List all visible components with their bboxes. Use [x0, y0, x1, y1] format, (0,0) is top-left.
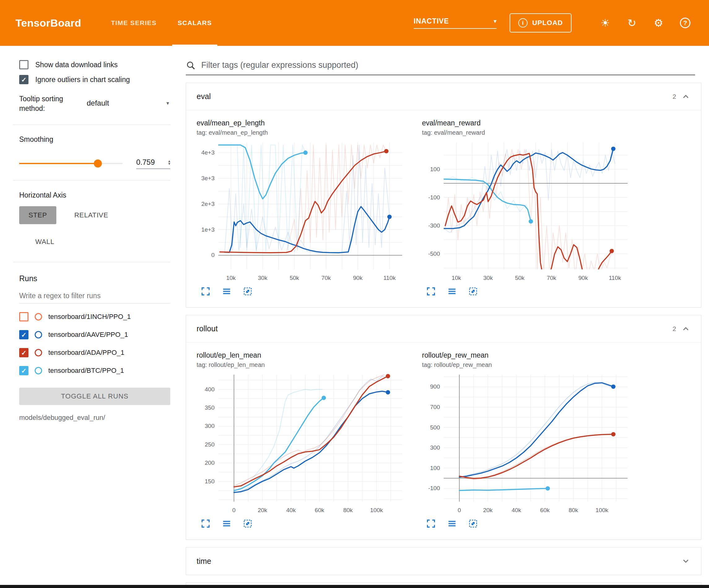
- scalar-line-chart[interactable]: 10k30k50k70k90k110k-500-300-100100: [422, 139, 632, 285]
- svg-text:1e+3: 1e+3: [201, 226, 215, 233]
- collapse-up-icon[interactable]: [681, 324, 690, 333]
- runs-table-icon[interactable]: [221, 286, 232, 297]
- chevron-down-icon: ▾: [494, 18, 497, 24]
- run-checkbox-icon[interactable]: [19, 330, 28, 339]
- show-download-links-checkbox[interactable]: Show data download links: [19, 60, 170, 69]
- svg-text:20k: 20k: [258, 507, 267, 513]
- svg-text:900: 900: [430, 383, 440, 390]
- header-actions: INACTIVE ▾ i UPLOAD ☀ ↻ ⚙ ?: [414, 13, 709, 32]
- run-item[interactable]: tensorboard/AAVE/PPO_1: [19, 330, 170, 339]
- run-label: tensorboard/BTC/PPO_1: [48, 366, 124, 375]
- tooltip-sorting-select[interactable]: default ▾: [87, 99, 170, 109]
- smoothing-slider[interactable]: [19, 163, 123, 164]
- expand-chart-icon[interactable]: [426, 518, 436, 529]
- run-item[interactable]: tensorboard/ADA/PPO_1: [19, 348, 170, 357]
- stepper-down-icon[interactable]: ▾: [168, 162, 170, 165]
- expand-chart-icon[interactable]: [200, 286, 211, 297]
- run-item[interactable]: tensorboard/1INCH/PPO_1: [19, 312, 170, 322]
- section-title: rollout: [196, 324, 218, 333]
- refresh-icon[interactable]: ↻: [625, 17, 638, 29]
- ignore-outliers-checkbox[interactable]: Ignore outliers in chart scaling: [19, 75, 170, 84]
- fit-domain-icon[interactable]: [242, 518, 253, 529]
- runs-list: tensorboard/1INCH/PPO_1tensorboard/AAVE/…: [19, 312, 170, 375]
- smoothing-value-input[interactable]: 0.759 ▴ ▾: [136, 158, 170, 169]
- help-icon[interactable]: ?: [679, 17, 692, 29]
- tab-scalars[interactable]: SCALARS: [167, 0, 222, 46]
- collapse-up-icon[interactable]: [681, 92, 690, 101]
- settings-gear-icon[interactable]: ⚙: [652, 17, 665, 29]
- svg-text:4e+3: 4e+3: [201, 149, 215, 156]
- section-eval-body: eval/mean_ep_length tag: eval/mean_ep_le…: [186, 110, 701, 307]
- svg-text:300: 300: [205, 423, 215, 429]
- run-checkbox-icon[interactable]: [19, 312, 28, 322]
- expand-chart-icon[interactable]: [426, 286, 436, 297]
- svg-text:50k: 50k: [515, 275, 524, 281]
- tag-filter-input[interactable]: [201, 60, 695, 70]
- section-time-header[interactable]: time: [186, 547, 701, 575]
- axis-step-button[interactable]: STEP: [19, 206, 56, 224]
- fit-domain-icon[interactable]: [242, 286, 253, 297]
- tab-time-series[interactable]: TIME SERIES: [100, 0, 167, 46]
- runs-table-icon[interactable]: [447, 286, 457, 297]
- svg-text:80k: 80k: [343, 507, 353, 513]
- svg-text:150: 150: [205, 478, 215, 485]
- svg-text:100k: 100k: [370, 507, 383, 513]
- bottom-bar: [0, 585, 709, 588]
- svg-text:10k: 10k: [226, 275, 236, 281]
- run-checkbox-icon[interactable]: [19, 366, 28, 375]
- scalar-line-chart[interactable]: 10k30k50k70k90k110k01e+32e+33e+34e+3: [196, 139, 407, 285]
- svg-text:60k: 60k: [540, 507, 550, 513]
- chart-title: eval/mean_reward: [422, 119, 640, 127]
- tooltip-sorting-label: Tooltip sorting method:: [19, 94, 79, 113]
- svg-text:30k: 30k: [258, 275, 267, 281]
- show-download-links-label: Show data download links: [35, 61, 117, 69]
- section-count: 2: [673, 93, 676, 100]
- svg-text:70k: 70k: [547, 275, 556, 281]
- runs-table-icon[interactable]: [221, 518, 232, 529]
- fit-domain-icon[interactable]: [468, 286, 478, 297]
- smoothing-row: 0.759 ▴ ▾: [19, 158, 170, 169]
- svg-text:90k: 90k: [578, 275, 588, 281]
- run-item[interactable]: tensorboard/BTC/PPO_1: [19, 366, 170, 375]
- run-color-ring: [35, 349, 42, 356]
- dashboard-main: eval 2 eval/mean_ep_length tag: eval/mea…: [183, 46, 709, 585]
- upload-button-label: UPLOAD: [532, 19, 563, 27]
- chart-tag: tag: rollout/ep_rew_mean: [422, 361, 640, 368]
- chart-tag: tag: eval/mean_ep_length: [196, 129, 415, 136]
- expand-chart-icon[interactable]: [200, 518, 211, 529]
- chart-title: rollout/ep_rew_mean: [422, 351, 640, 359]
- svg-text:90k: 90k: [353, 275, 363, 281]
- number-stepper[interactable]: ▴ ▾: [168, 159, 170, 165]
- tooltip-sorting-row: Tooltip sorting method: default ▾: [19, 94, 170, 113]
- chart-actions: [422, 518, 640, 529]
- section-eval-header[interactable]: eval 2: [186, 83, 701, 110]
- upload-button[interactable]: i UPLOAD: [509, 13, 572, 32]
- svg-text:-300: -300: [428, 222, 440, 229]
- collapse-down-icon[interactable]: [681, 556, 690, 566]
- runs-filter-input[interactable]: [19, 290, 170, 303]
- slider-thumb[interactable]: [94, 159, 102, 168]
- tab-scalars-label: SCALARS: [178, 19, 212, 27]
- svg-text:110k: 110k: [383, 275, 396, 281]
- toggle-all-runs-button[interactable]: TOGGLE ALL RUNS: [19, 388, 170, 405]
- section-rollout-header[interactable]: rollout 2: [186, 315, 701, 342]
- status-dropdown[interactable]: INACTIVE ▾: [414, 17, 497, 29]
- brightness-icon[interactable]: ☀: [599, 17, 612, 29]
- scalar-line-chart[interactable]: 020k40k60k80k100k-100100300500700900: [422, 372, 632, 517]
- run-label: tensorboard/1INCH/PPO_1: [48, 313, 131, 321]
- run-checkbox-icon[interactable]: [19, 348, 28, 357]
- run-color-ring: [35, 367, 42, 374]
- fit-domain-icon[interactable]: [468, 518, 478, 529]
- svg-text:-500: -500: [428, 251, 440, 257]
- checkbox-checked-icon: [19, 75, 28, 84]
- section-rollout-body: rollout/ep_len_mean tag: rollout/ep_len_…: [186, 342, 701, 539]
- next-section-edge: [186, 582, 701, 585]
- divider: [13, 262, 170, 262]
- runs-table-icon[interactable]: [447, 518, 457, 529]
- axis-wall-button[interactable]: WALL: [33, 233, 57, 251]
- chevron-down-icon: ▾: [166, 100, 169, 106]
- axis-relative-button[interactable]: RELATIVE: [72, 206, 111, 224]
- info-icon: i: [518, 18, 528, 28]
- svg-text:110k: 110k: [609, 275, 621, 281]
- scalar-line-chart[interactable]: 020k40k60k80k100k150200250300350400: [196, 372, 407, 517]
